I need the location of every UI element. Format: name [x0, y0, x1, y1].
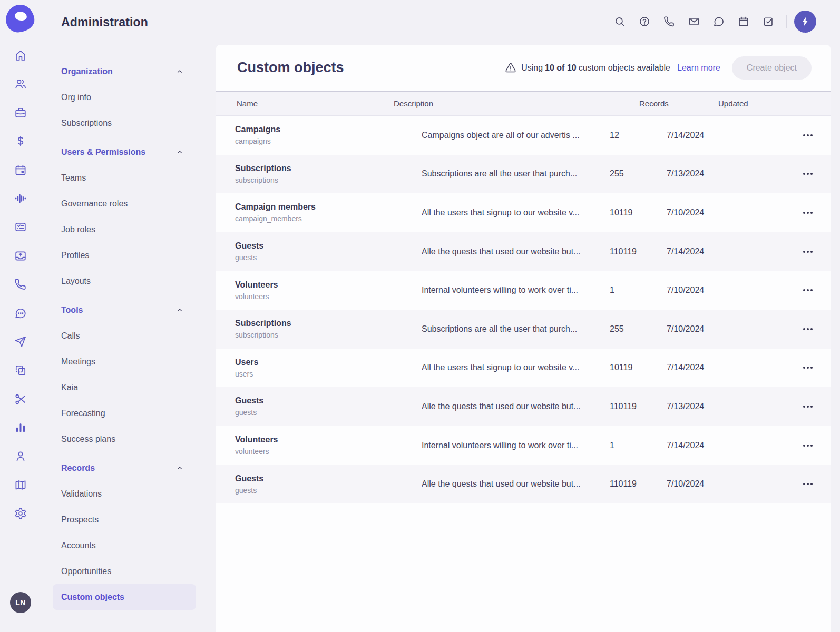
map-icon[interactable] [13, 477, 28, 493]
object-updated-date: 7/13/2024 [667, 169, 785, 179]
dollar-icon[interactable] [13, 133, 28, 149]
sidebar-item-prospects[interactable]: Prospects [53, 507, 196, 532]
table-row[interactable]: Users users All the users that signup to… [216, 349, 831, 388]
column-header-records[interactable]: Records [639, 99, 718, 108]
object-api-name: campaign_members [235, 214, 422, 223]
sidebar-item-layouts[interactable]: Layouts [53, 268, 196, 294]
object-name: Volunteers [235, 435, 422, 445]
chevron-up-icon [176, 68, 183, 75]
copy-icon[interactable] [13, 362, 28, 378]
object-description: Alle the quests that used our website bu… [422, 479, 610, 489]
row-actions-menu-icon[interactable] [800, 478, 816, 490]
table-row[interactable]: Subscriptions subscriptions Subscription… [216, 310, 831, 349]
learn-more-link[interactable]: Learn more [677, 63, 720, 73]
page-title: Administration [61, 14, 216, 31]
phone-icon[interactable] [659, 11, 680, 32]
object-name: Campaigns [235, 125, 422, 134]
sidebar-section-label: Records [61, 463, 95, 473]
sidebar-item-teams[interactable]: Teams [53, 165, 196, 191]
outreach-logo[interactable] [6, 5, 34, 32]
table-header: Name Description Records Updated [216, 91, 831, 116]
row-actions-menu-icon[interactable] [800, 362, 816, 373]
send-icon[interactable] [13, 334, 28, 350]
table-row[interactable]: Campaign members campaign_members All th… [216, 193, 831, 232]
chat-dots-icon[interactable] [13, 305, 28, 321]
row-actions-menu-icon[interactable] [800, 284, 816, 296]
chevron-up-icon [176, 465, 183, 472]
row-actions-menu-icon[interactable] [800, 246, 816, 258]
object-api-name: campaigns [235, 137, 422, 145]
row-actions-menu-icon[interactable] [800, 401, 816, 412]
sidebar-item-calls[interactable]: Calls [53, 323, 196, 349]
calendar-icon[interactable] [733, 11, 754, 32]
sidebar-item-accounts[interactable]: Accounts [53, 532, 196, 558]
object-description: Internal volunteers willing to work over… [422, 285, 610, 295]
panel-header: Custom objects Using10 of 10custom objec… [216, 45, 831, 91]
search-icon[interactable] [609, 11, 630, 32]
phone-icon[interactable] [13, 276, 28, 292]
object-records-count: 1 [610, 441, 667, 450]
rail-nav [0, 47, 41, 535]
briefcase-icon[interactable] [13, 105, 28, 121]
sidebar-item-meetings[interactable]: Meetings [53, 349, 196, 374]
icon-rail: LN [0, 0, 41, 632]
sidebar-section-tools[interactable]: Tools [41, 298, 216, 323]
sidebar-section-organization[interactable]: Organization [41, 59, 216, 84]
row-actions-menu-icon[interactable] [800, 207, 816, 219]
sidebar-item-org-info[interactable]: Org info [53, 84, 196, 110]
sidebar-item-opportunities[interactable]: Opportunities [53, 558, 196, 584]
table-row[interactable]: Volunteers volunteers Internal volunteer… [216, 426, 831, 465]
rail-divider [0, 41, 41, 41]
row-actions-menu-icon[interactable] [800, 323, 816, 335]
lightning-icon[interactable] [794, 11, 816, 33]
home-icon[interactable] [13, 47, 28, 63]
table-row[interactable]: Subscriptions subscriptions Subscription… [216, 155, 831, 194]
column-header-updated[interactable]: Updated [718, 99, 831, 108]
table-body: Campaigns campaigns Campaigns object are… [216, 116, 831, 503]
object-api-name: subscriptions [235, 176, 422, 184]
sidebar-item-kaia[interactable]: Kaia [53, 374, 196, 400]
column-header-description[interactable]: Description [394, 99, 639, 108]
help-icon[interactable] [634, 11, 655, 32]
row-actions-menu-icon[interactable] [800, 168, 816, 180]
gear-icon[interactable] [13, 506, 28, 521]
tasks-icon[interactable] [758, 11, 779, 32]
sidebar-item-success-plans[interactable]: Success plans [53, 426, 196, 452]
report-card-icon[interactable] [13, 219, 28, 235]
chat-icon[interactable] [708, 11, 729, 32]
object-name: Guests [235, 241, 422, 251]
panel-title: Custom objects [237, 60, 344, 76]
upload-tray-icon[interactable] [13, 248, 28, 264]
object-records-count: 110119 [610, 402, 667, 411]
table-row[interactable]: Guests guests Alle the quests that used … [216, 387, 831, 426]
column-header-name[interactable]: Name [237, 99, 394, 108]
table-row[interactable]: Campaigns campaigns Campaigns object are… [216, 116, 831, 155]
sidebar-item-custom-objects[interactable]: Custom objects [53, 584, 196, 610]
sidebar-item-validations[interactable]: Validations [53, 481, 196, 507]
create-object-button[interactable]: Create object [732, 56, 812, 80]
bar-chart-icon[interactable] [13, 420, 28, 436]
sidebar-section-users-permissions[interactable]: Users & Permissions [41, 140, 216, 165]
table-row[interactable]: Guests guests Alle the quests that used … [216, 465, 831, 503]
object-updated-date: 7/10/2024 [667, 285, 785, 295]
scissors-icon[interactable] [13, 391, 28, 407]
sidebar-item-governance-roles[interactable]: Governance roles [53, 191, 196, 216]
table-row[interactable]: Volunteers volunteers Internal volunteer… [216, 271, 831, 310]
sidebar-item-forecasting[interactable]: Forecasting [53, 400, 196, 426]
table-row[interactable]: Guests guests Alle the quests that used … [216, 232, 831, 271]
person-icon[interactable] [13, 448, 28, 464]
user-avatar[interactable]: LN [10, 592, 31, 613]
sidebar-item-subscriptions[interactable]: Subscriptions [53, 110, 196, 136]
object-updated-date: 7/10/2024 [667, 324, 785, 334]
row-actions-menu-icon[interactable] [800, 440, 816, 451]
object-description: Internal volunteers willing to work over… [422, 441, 610, 450]
waveform-icon[interactable] [13, 191, 28, 206]
object-records-count: 10119 [610, 363, 667, 372]
users-icon[interactable] [13, 76, 28, 92]
row-actions-menu-icon[interactable] [800, 130, 816, 141]
sidebar-item-profiles[interactable]: Profiles [53, 242, 196, 268]
mail-icon[interactable] [683, 11, 705, 32]
sidebar-section-records[interactable]: Records [41, 456, 216, 481]
sidebar-item-job-roles[interactable]: Job roles [53, 216, 196, 242]
calendar-icon[interactable] [13, 162, 28, 178]
